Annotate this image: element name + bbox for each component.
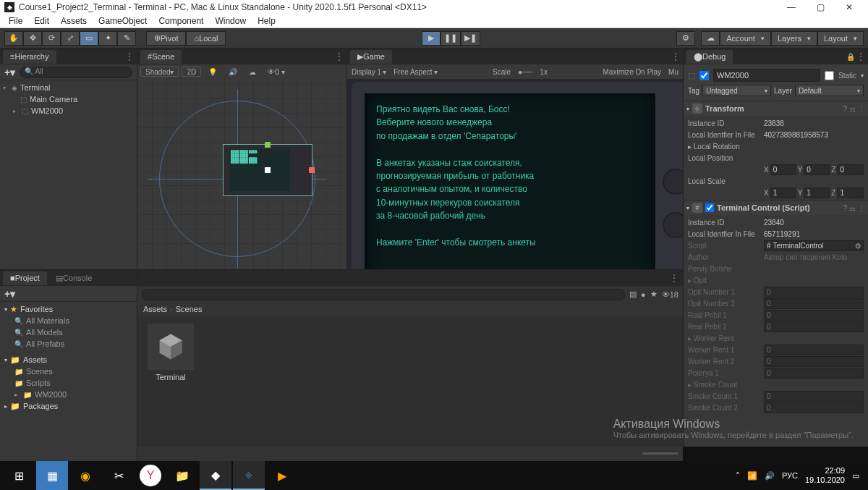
script-field-value[interactable]: 0 — [764, 356, 864, 367]
hierarchy-add-button[interactable]: +▾ — [4, 67, 15, 78]
step-button[interactable]: ▶❚ — [461, 31, 480, 46]
play-button[interactable]: ▶ — [422, 31, 441, 46]
scene-2d-toggle[interactable]: 2D — [182, 67, 201, 77]
account-dropdown[interactable]: Account — [720, 31, 771, 46]
inspector-menu-icon[interactable]: ⋮ — [856, 51, 865, 62]
tag-dropdown[interactable]: Untagged▾ — [702, 85, 771, 96]
layer-dropdown[interactable]: Default▾ — [795, 85, 864, 96]
game-maximize-toggle[interactable]: Maximize On Play — [603, 68, 662, 76]
menu-gameobject[interactable]: GameObject — [93, 14, 153, 28]
hierarchy-scene[interactable]: ▾◈Terminal — [0, 82, 137, 93]
scale-x-field[interactable]: 1 — [770, 187, 796, 198]
tool-hand[interactable]: ✋ — [4, 31, 23, 46]
gameobject-active-checkbox[interactable] — [699, 71, 709, 80]
pause-button[interactable]: ❚❚ — [441, 31, 461, 46]
pos-z-field[interactable]: 0 — [837, 164, 864, 175]
breadcrumb-scenes[interactable]: Scenes — [176, 305, 203, 313]
component-preset-icon[interactable]: ⚎ — [849, 105, 856, 113]
tray-up-icon[interactable]: ˄ — [736, 471, 740, 481]
menu-window[interactable]: Window — [209, 14, 252, 28]
project-menu-icon[interactable]: ⋮ — [670, 273, 678, 283]
project-star-icon[interactable]: ★ — [650, 290, 658, 299]
inspector-lock-icon[interactable]: 🔒 — [846, 53, 855, 61]
script-field-value[interactable]: 0 — [764, 310, 864, 321]
project-hidden-icon[interactable]: 👁18 — [662, 290, 678, 299]
component-help-icon[interactable]: ? — [843, 204, 847, 212]
scale-y-field[interactable]: 1 — [804, 187, 830, 198]
component-terminalcontrol-header[interactable]: ▾# Terminal Control (Script) ? ⚎ ⋮ — [684, 200, 868, 215]
scene-shading-dropdown[interactable]: Shaded ▾ — [140, 67, 179, 77]
menu-file[interactable]: File — [3, 14, 28, 28]
script-field-value[interactable]: 0 — [764, 402, 864, 413]
tool-scale[interactable]: ⤢ — [61, 31, 80, 46]
component-menu-icon[interactable]: ⋮ — [858, 204, 865, 212]
script-field-value[interactable]: 0 — [764, 368, 864, 379]
gameobject-name-field[interactable]: WM2000 — [713, 69, 820, 82]
hierarchy-item-wm2000[interactable]: ▸⬚WM2000 — [0, 105, 137, 117]
project-label-icon[interactable]: ● — [641, 290, 646, 299]
game-display-dropdown[interactable]: Display 1 ▾ — [352, 68, 386, 76]
script-field-value[interactable]: 0 — [764, 391, 864, 402]
pivot-toggle[interactable]: ⊕ Pivot — [146, 31, 186, 46]
scene-audio-icon[interactable]: 🔊 — [224, 68, 242, 76]
scene-light-icon[interactable]: 💡 — [204, 68, 221, 76]
local-rotation-foldout[interactable]: ▸ Local Rotation — [688, 143, 762, 151]
tool-rect[interactable]: ▭ — [80, 31, 98, 46]
taskbar-explorer[interactable]: 📁 — [166, 461, 198, 490]
start-button[interactable]: ⊞ — [3, 461, 35, 490]
static-checkbox[interactable] — [825, 71, 834, 80]
layout-dropdown[interactable]: Layout — [817, 31, 864, 46]
taskbar-unity[interactable]: ◆ — [200, 461, 231, 490]
component-transform-header[interactable]: ▾⊹ Transform ? ⚎ ⋮ — [684, 101, 868, 116]
game-menu-icon[interactable]: ⋮ — [671, 51, 680, 62]
scale-z-field[interactable]: 1 — [837, 187, 864, 198]
script-field-value[interactable]: 0 — [764, 345, 864, 355]
taskbar-app-2[interactable]: ◉ — [69, 461, 101, 490]
menu-component[interactable]: Component — [153, 14, 209, 28]
script-field-value[interactable]: 0 — [764, 287, 864, 297]
project-search[interactable] — [142, 289, 625, 300]
tool-move[interactable]: ✥ — [23, 31, 42, 46]
tool-custom[interactable]: ✎ — [117, 31, 136, 46]
gameobject-icon[interactable]: ⬚ — [688, 71, 695, 80]
tray-notifications-icon[interactable]: ▭ — [852, 471, 859, 481]
tray-clock[interactable]: 22:09 19.10.2020 — [805, 466, 845, 485]
tab-scene[interactable]: # Scene — [140, 50, 182, 64]
maximize-button[interactable]: ▢ — [806, 0, 835, 14]
game-mute-toggle[interactable]: Mu — [668, 68, 678, 76]
breadcrumb-assets[interactable]: Assets — [143, 305, 167, 313]
taskbar-vscode[interactable]: ⟐ — [233, 461, 265, 490]
tray-lang[interactable]: РУС — [782, 471, 798, 480]
taskbar-app-4[interactable]: Y — [140, 465, 161, 486]
close-button[interactable]: ✕ — [835, 0, 864, 14]
component-enabled-checkbox[interactable] — [705, 203, 714, 212]
collab-icon[interactable]: ⚙ — [676, 31, 695, 46]
taskbar-app-1[interactable]: ▦ — [36, 461, 68, 490]
pos-y-field[interactable]: 0 — [804, 164, 830, 175]
hierarchy-menu-icon[interactable]: ⋮ — [125, 51, 134, 62]
layers-dropdown[interactable]: Layers — [771, 31, 817, 46]
menu-help[interactable]: Help — [252, 14, 281, 28]
project-filter-icon[interactable]: ▧ — [629, 290, 637, 299]
minimize-button[interactable]: — — [777, 0, 806, 14]
component-menu-icon[interactable]: ⋮ — [858, 105, 865, 113]
tray-sound-icon[interactable]: 🔊 — [765, 471, 775, 481]
asset-terminal-scene[interactable]: Terminal — [145, 324, 197, 438]
taskbar-app-3[interactable]: ✂ — [103, 461, 135, 490]
game-scale-slider[interactable]: ●── — [518, 68, 532, 76]
game-aspect-dropdown[interactable]: Free Aspect ▾ — [393, 68, 437, 76]
cloud-icon[interactable]: ☁ — [701, 31, 720, 46]
scene-hidden-icon[interactable]: 👁0 ▾ — [263, 68, 289, 76]
component-help-icon[interactable]: ? — [843, 105, 847, 113]
pos-x-field[interactable]: 0 — [770, 164, 796, 175]
script-reference-field[interactable]: #TerminalControl⊙ — [764, 240, 864, 251]
tab-game[interactable]: ▶ Game — [350, 50, 392, 64]
component-preset-icon[interactable]: ⚎ — [849, 204, 856, 212]
script-field-value[interactable]: 0 — [764, 298, 864, 309]
hierarchy-search[interactable]: 🔍 All — [20, 67, 132, 78]
tab-debug[interactable]: ⬤ Debug — [686, 50, 733, 64]
tray-wifi-icon[interactable]: 📶 — [747, 471, 757, 481]
menu-edit[interactable]: Edit — [28, 14, 55, 28]
scene-menu-icon[interactable]: ⋮ — [335, 51, 344, 62]
menu-assets[interactable]: Assets — [55, 14, 93, 28]
